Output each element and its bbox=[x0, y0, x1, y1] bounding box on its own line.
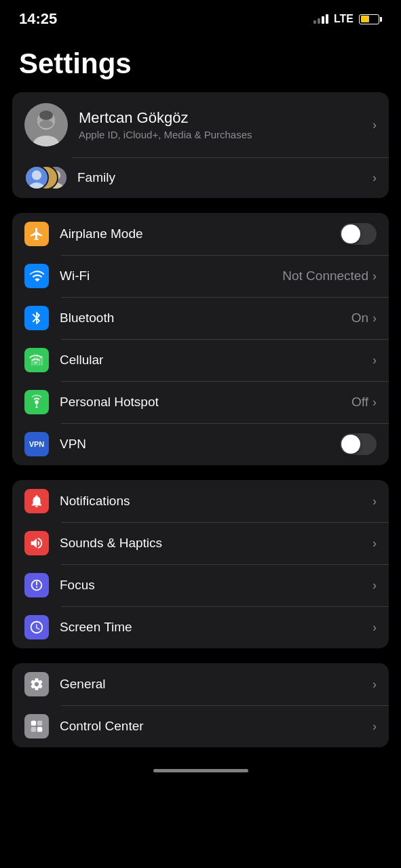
status-time: 14:25 bbox=[19, 10, 57, 28]
screentime-row[interactable]: Screen Time › bbox=[12, 606, 389, 648]
vpn-row[interactable]: VPN VPN bbox=[12, 423, 389, 465]
vpn-icon: VPN bbox=[24, 432, 49, 456]
svg-rect-20 bbox=[37, 721, 42, 726]
svg-rect-19 bbox=[31, 721, 36, 726]
bluetooth-label: Bluetooth bbox=[60, 311, 351, 326]
general-icon bbox=[24, 672, 49, 696]
vpn-icon-text: VPN bbox=[29, 440, 45, 448]
svg-rect-21 bbox=[31, 727, 36, 732]
focus-row[interactable]: Focus › bbox=[12, 564, 389, 606]
airplane-mode-toggle[interactable] bbox=[340, 223, 377, 245]
hotspot-value: Off bbox=[351, 395, 368, 410]
hotspot-label: Personal Hotspot bbox=[60, 395, 351, 410]
home-indicator bbox=[0, 762, 401, 786]
svg-rect-22 bbox=[37, 727, 42, 732]
screentime-chevron-icon: › bbox=[373, 620, 377, 635]
hotspot-row[interactable]: Personal Hotspot Off › bbox=[12, 381, 389, 423]
svg-point-17 bbox=[35, 400, 39, 404]
notifications-icon bbox=[24, 489, 49, 513]
cellular-row[interactable]: Cellular › bbox=[12, 339, 389, 381]
cellular-chevron-icon: › bbox=[373, 353, 377, 368]
focus-chevron-icon: › bbox=[373, 578, 377, 593]
general-label: General bbox=[60, 677, 373, 692]
airplane-mode-label: Airplane Mode bbox=[60, 226, 340, 241]
hotspot-chevron-icon: › bbox=[373, 395, 377, 410]
lte-indicator: LTE bbox=[334, 13, 354, 25]
apple-id-row[interactable]: Mertcan Gökgöz Apple ID, iCloud+, Media … bbox=[12, 92, 389, 157]
svg-rect-16 bbox=[41, 356, 43, 366]
screentime-label: Screen Time bbox=[60, 620, 373, 635]
focus-icon bbox=[24, 573, 49, 597]
svg-point-7 bbox=[32, 170, 41, 180]
bluetooth-value: On bbox=[351, 311, 368, 326]
apple-id-chevron-icon: › bbox=[373, 118, 377, 132]
wifi-row[interactable]: Wi-Fi Not Connected › bbox=[12, 255, 389, 297]
controlcenter-chevron-icon: › bbox=[373, 719, 377, 734]
hotspot-icon bbox=[24, 390, 49, 414]
notifications-label: Notifications bbox=[60, 494, 373, 509]
sounds-icon bbox=[24, 531, 49, 555]
home-indicator-bar bbox=[153, 769, 248, 772]
wifi-chevron-icon: › bbox=[373, 269, 377, 283]
family-label: Family bbox=[77, 170, 373, 185]
page-title: Settings bbox=[0, 34, 401, 92]
screentime-icon bbox=[24, 615, 49, 639]
cellular-icon bbox=[24, 348, 49, 372]
family-avatar-1 bbox=[24, 165, 49, 190]
controlcenter-row[interactable]: Control Center › bbox=[12, 705, 389, 747]
bluetooth-icon bbox=[24, 306, 49, 330]
notifications-row[interactable]: Notifications › bbox=[12, 480, 389, 522]
notifications-section: Notifications › Sounds & Haptics › Focus… bbox=[12, 480, 389, 648]
svg-point-3 bbox=[39, 120, 53, 128]
cellular-label: Cellular bbox=[60, 353, 373, 368]
profile-subtitle: Apple ID, iCloud+, Media & Purchases bbox=[79, 129, 373, 140]
svg-rect-13 bbox=[33, 357, 35, 366]
airplane-mode-row[interactable]: Airplane Mode bbox=[12, 213, 389, 255]
family-avatars: S bbox=[24, 164, 68, 191]
sounds-row[interactable]: Sounds & Haptics › bbox=[12, 522, 389, 564]
avatar bbox=[24, 103, 68, 146]
controlcenter-label: Control Center bbox=[60, 719, 373, 734]
svg-rect-14 bbox=[31, 359, 33, 366]
sounds-label: Sounds & Haptics bbox=[60, 536, 373, 551]
family-chevron-icon: › bbox=[373, 171, 377, 185]
status-right: LTE bbox=[313, 13, 382, 25]
general-row[interactable]: General › bbox=[12, 663, 389, 705]
sounds-chevron-icon: › bbox=[373, 536, 377, 551]
general-chevron-icon: › bbox=[373, 677, 377, 692]
bluetooth-row[interactable]: Bluetooth On › bbox=[12, 297, 389, 339]
svg-rect-15 bbox=[39, 357, 41, 366]
airplane-mode-icon bbox=[24, 222, 49, 246]
profile-section: Mertcan Gökgöz Apple ID, iCloud+, Media … bbox=[12, 92, 389, 198]
wifi-icon bbox=[24, 264, 49, 288]
controlcenter-icon bbox=[24, 714, 49, 738]
svg-point-4 bbox=[39, 111, 53, 120]
family-row[interactable]: S Family › bbox=[12, 157, 389, 198]
focus-label: Focus bbox=[60, 578, 373, 593]
vpn-label: VPN bbox=[60, 437, 340, 452]
bluetooth-chevron-icon: › bbox=[373, 311, 377, 326]
wifi-value: Not Connected bbox=[282, 269, 368, 283]
battery-indicator bbox=[359, 14, 382, 24]
profile-info: Mertcan Gökgöz Apple ID, iCloud+, Media … bbox=[79, 109, 373, 140]
profile-name: Mertcan Gökgöz bbox=[79, 109, 373, 127]
vpn-toggle[interactable] bbox=[340, 433, 377, 455]
svg-rect-12 bbox=[36, 355, 38, 366]
connectivity-section: Airplane Mode Wi-Fi Not Connected › Blue… bbox=[12, 213, 389, 465]
status-bar: 14:25 LTE bbox=[0, 0, 401, 34]
general-section: General › Control Center › bbox=[12, 663, 389, 747]
signal-bars-icon bbox=[313, 14, 328, 24]
wifi-label: Wi-Fi bbox=[60, 269, 282, 283]
notifications-chevron-icon: › bbox=[373, 494, 377, 509]
